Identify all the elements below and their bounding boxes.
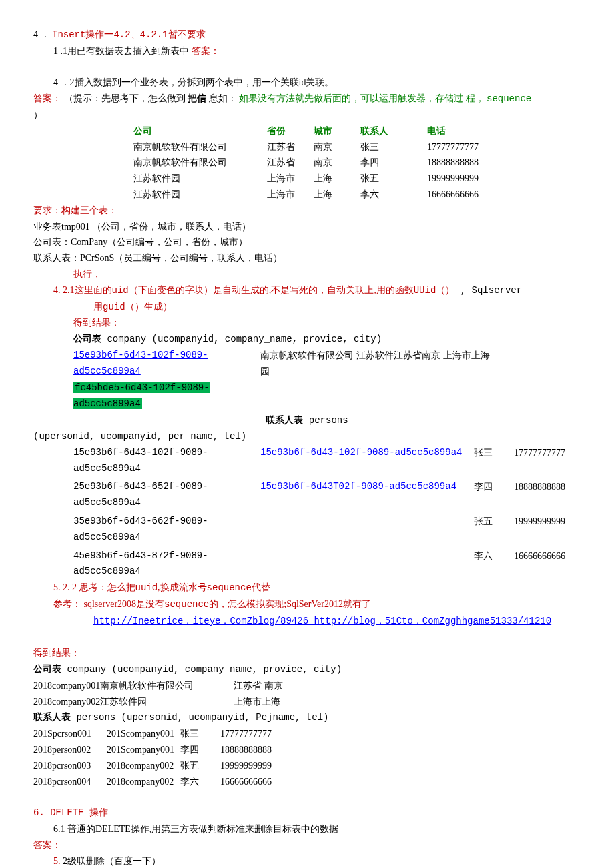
answer-label: 答案： <box>33 93 61 103</box>
col-phone: 电话 <box>427 123 507 139</box>
table-cell: 江苏软件园 <box>133 187 267 203</box>
table-cell: 南京帆软软件有限公司 <box>133 139 267 155</box>
section-4-title: 4 ． Insert操作一4.2、4.2.1暂不要求 <box>33 27 581 43</box>
company-table-header: 公司表 company (ucompanyid, company_name, p… <box>33 331 581 348</box>
table-cell: 上海市 <box>267 171 314 187</box>
table-cell: 南京 <box>314 155 360 171</box>
col-province: 省份 <box>267 123 314 139</box>
table-cell: 201Scompany001 <box>107 726 180 742</box>
person-name: 张三 <box>474 445 514 477</box>
section-title-red: Insert操作一4.2、4.2.1暂不要求 <box>52 29 206 40</box>
persons-result-2: 201Spcrson001 201Scompany001 张三 17777777… <box>33 726 581 789</box>
result-label: 得到结果： <box>33 315 581 331</box>
uuid-cell: 15e93b6f-6d43-102f-9089-ad5cc5c899a4 fc4… <box>73 348 260 412</box>
table-cell: 李四 <box>180 742 220 758</box>
company-result-2: 2018company001南京帆软软件有限公司 江苏省 南京 2018comp… <box>33 678 581 710</box>
table-cell: 2018company001南京帆软软件有限公司 <box>33 678 234 694</box>
hint-line: 答案： （提示：先思考下，怎么做到 把信 息如： 如果没有方法就先做后面的，可以… <box>33 91 581 107</box>
table-cell: 16666666666 <box>220 774 300 790</box>
persons-table-header: 联系人表 persons <box>33 412 581 429</box>
table-cell: 江苏省 南京 <box>234 678 314 694</box>
person-name: 李六 <box>474 548 514 580</box>
table-cell: 李四 <box>360 155 427 171</box>
col-city: 城市 <box>314 123 360 139</box>
business-table: 公司 省份 城市 联系人 电话 南京帆软软件有限公司 江苏省 南京 张三 177… <box>133 123 581 203</box>
persons-signature: (upersonid, ucompanyid, per name, tel) <box>33 429 581 445</box>
person-name: 李四 <box>474 479 514 511</box>
reference-link[interactable]: http://Ineetrice，iteye．ComZblog/89426 ht… <box>33 613 581 630</box>
table-cell: 2018pcrson004 <box>33 774 107 790</box>
table-cell: 18888888888 <box>220 742 300 758</box>
company-table-header-2: 公司表 company (ucompanyid, company_name, p… <box>33 661 581 678</box>
line-4-2: 4 ．2插入数据到一个业务表，分拆到两个表中，用一个关联id关联。 <box>33 75 581 91</box>
hint-paren: ） <box>33 107 581 123</box>
reference-line: 参考： sqlserver2008是没有sequence的，怎么模拟实现;Sql… <box>33 596 581 613</box>
table-cell: 18888888888 <box>427 155 507 171</box>
person-tel: 17777777777 <box>514 445 581 477</box>
table-cell: 201Spcrson001 <box>33 726 107 742</box>
table-cell: 16666666666 <box>427 187 507 203</box>
table-cell: 2018company002江苏软件园 <box>33 694 234 710</box>
section-6-1: 6.1 普通的DELETE操作,用第三方表做判断标准来删除目标表中的数据 <box>33 821 581 837</box>
table-cell: 2018company002 <box>107 758 180 774</box>
table-cell: 南京帆软软件有限公司 <box>133 155 267 171</box>
result2-title: 得到结果： <box>33 645 581 661</box>
section-6-5: 5. 2级联删除（百度一下） <box>33 853 581 868</box>
table-cell: 张三 <box>360 139 427 155</box>
uuid-cell <box>260 548 474 580</box>
col-company: 公司 <box>133 123 267 139</box>
uuid-link[interactable]: 15e93b6f-6d43-102f-9089-ad5cc5c899a4 <box>260 445 474 477</box>
table-cell: 17777777777 <box>427 139 507 155</box>
uuid-cell <box>260 514 474 546</box>
section-4-2-1: 4. 2.1这里面的uid（下面变色的字块）是自动生成的,不是写死的，自动关联上… <box>33 282 581 299</box>
table-cell: 2018pcrson003 <box>33 758 107 774</box>
section-num: 4 ． <box>33 29 50 39</box>
table-cell: 2018company002 <box>107 774 180 790</box>
table-cell: 201Scompany001 <box>107 742 180 758</box>
table-cell: 张五 <box>360 171 427 187</box>
answer-label: 答案： <box>192 46 220 56</box>
table-cell: 上海市 <box>267 187 314 203</box>
section-4-2-1-cont: 用guid（）生成） <box>33 299 581 316</box>
uuid-cell: 15e93b6f-6d43-102f-9089-ad5cc5c899a4 <box>73 445 260 477</box>
table-cell: 江苏省 <box>267 155 314 171</box>
person-name: 张五 <box>474 514 514 546</box>
person-tel: 19999999999 <box>514 514 581 546</box>
requirement-title: 要求：构建三个表： <box>33 203 581 219</box>
company-locations: 江苏省南京 上海市上海 <box>394 348 494 412</box>
persons-result-grid: 15e93b6f-6d43-102f-9089-ad5cc5c899a4 15e… <box>73 445 581 580</box>
table-cell: 李六 <box>180 774 220 790</box>
table-cell: 南京 <box>314 139 360 155</box>
table-cell: 19999999999 <box>220 758 300 774</box>
table-cell: 张三 <box>180 726 220 742</box>
person-tel: 18888888888 <box>514 479 581 511</box>
table-def-2: 公司表：ComPany（公司编号，公司，省份，城市） <box>33 234 581 250</box>
uuid-cell: 35e93b6f-6d43-662f-9089-ad5cc5c899a4 <box>73 514 260 546</box>
company-result-grid: 15e93b6f-6d43-102f-9089-ad5cc5c899a4 fc4… <box>73 348 581 412</box>
uuid-cell: 45e93b6f-6d43-872f-9089-ad5cc5c899a4 <box>73 548 260 580</box>
table-cell: 17777777777 <box>220 726 300 742</box>
table-cell: 江苏省 <box>267 139 314 155</box>
execute-label: 执行， <box>33 266 581 282</box>
company-names: 南京帆软软件有限公司 江苏软件园 <box>260 348 394 412</box>
table-cell: 上海 <box>314 187 360 203</box>
uuid-cell: 25e93b6f-6d43-652f-9089-ad5cc5c899a4 <box>73 479 260 511</box>
person-tel: 16666666666 <box>514 548 581 580</box>
highlighted-uuid: fc45bde5-6d43-102f-9089-ad5cc5c899a4 <box>73 382 210 410</box>
table-def-3: 联系人表：PCrSonS（员工编号，公司编号，联系人，电话） <box>33 250 581 266</box>
table-cell: 2018person002 <box>33 742 107 758</box>
answer-label: 答案： <box>33 837 581 853</box>
section-6-title: 6. DELETE 操作 <box>33 805 581 821</box>
table-cell: 李六 <box>360 187 427 203</box>
table-cell: 19999999999 <box>427 171 507 187</box>
table-cell: 上海市上海 <box>234 694 314 710</box>
table-cell: 上海 <box>314 171 360 187</box>
persons-table-header-2: 联系人表 persons (upersonid, ucompanyid, Pej… <box>33 709 581 726</box>
section-5-2-2: 5. 2. 2 思考：怎么把uuid,换成流水号sequence代替 <box>33 580 581 596</box>
table-cell: 江苏软件园 <box>133 171 267 187</box>
col-contact: 联系人 <box>360 123 427 139</box>
table-cell: 张五 <box>180 758 220 774</box>
table-def-1: 业务表tmp001 （公司，省份，城市，联系人，电话） <box>33 219 581 235</box>
uuid-link[interactable]: 15c93b6f-6d43T02f-9089-ad5cc5c899a4 <box>260 479 474 511</box>
line-4-1-1: 1 .1用已有数据表去插入到新表中 答案： <box>33 43 581 59</box>
